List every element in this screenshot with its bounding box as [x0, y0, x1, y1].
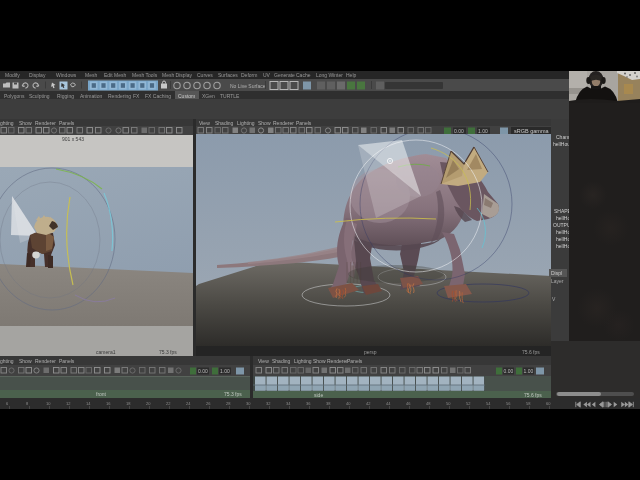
- svg-text:1.00: 1.00: [220, 368, 230, 374]
- svg-text:1.00: 1.00: [478, 128, 488, 134]
- svg-text:0.00: 0.00: [454, 128, 464, 134]
- svg-text:sRGB gamma: sRGB gamma: [514, 128, 549, 134]
- svg-text:0.00: 0.00: [504, 368, 514, 374]
- svg-text:0.00: 0.00: [198, 368, 208, 374]
- svg-text:1.00: 1.00: [524, 368, 534, 374]
